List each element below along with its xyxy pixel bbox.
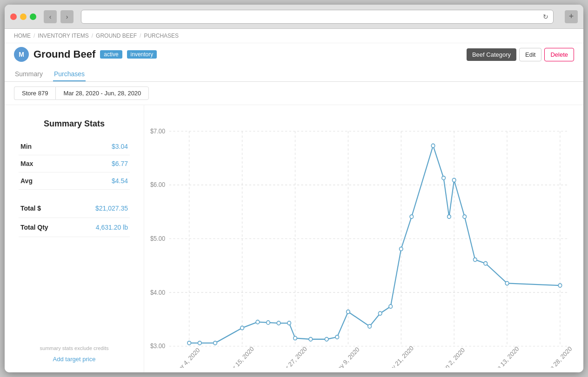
stats-total-qty-value: 4,631.20 lb	[70, 218, 130, 237]
breadcrumb-current: PURCHASES	[144, 33, 179, 39]
svg-point-35	[309, 337, 313, 341]
svg-text:$6.00: $6.00	[150, 181, 165, 189]
svg-point-26	[187, 341, 191, 345]
address-bar[interactable]: ↻	[81, 10, 554, 24]
stats-table: Min $3.04 Max $6.77 Avg $4.54	[19, 138, 130, 190]
breadcrumb-home[interactable]: HOME	[14, 33, 31, 39]
edit-button[interactable]: Edit	[519, 48, 541, 61]
svg-point-38	[347, 310, 350, 314]
stats-title: Summary Stats	[19, 119, 130, 129]
price-chart: .grid-line { stroke: #ddd; stroke-width:…	[144, 110, 574, 368]
chart-area: .grid-line { stroke: #ddd; stroke-width:…	[144, 105, 583, 372]
page-title: Ground Beef	[33, 48, 95, 60]
svg-text:May 21, 2020: May 21, 2020	[384, 344, 414, 368]
svg-text:$3.00: $3.00	[150, 343, 165, 350]
stats-row-total-qty: Total Qty 4,631.20 lb	[19, 218, 130, 237]
forward-button[interactable]: ›	[60, 10, 74, 23]
stats-min-label: Min	[19, 138, 69, 155]
filter-bar: Store 879 Mar 28, 2020 - Jun, 28, 2020	[5, 82, 583, 105]
delete-button[interactable]: Delete	[544, 48, 574, 61]
status-badge-active: active	[100, 50, 122, 59]
svg-point-32	[277, 321, 281, 325]
new-tab-button[interactable]: +	[565, 10, 578, 23]
svg-text:Jun 13, 2020: Jun 13, 2020	[491, 345, 521, 368]
stats-row-max: Max $6.77	[19, 155, 130, 172]
breadcrumb-sep-3: /	[140, 33, 141, 39]
stats-row-avg: Avg $4.54	[19, 172, 130, 190]
svg-point-29	[241, 326, 244, 330]
stats-total-dollars-label: Total $	[19, 199, 70, 218]
svg-point-43	[410, 215, 414, 218]
svg-text:$5.00: $5.00	[150, 235, 165, 243]
breadcrumb-sep-1: /	[33, 33, 35, 39]
svg-point-45	[442, 176, 446, 180]
avatar: M	[14, 47, 29, 62]
titlebar: ‹ › ↻ +	[5, 5, 583, 29]
close-button[interactable]	[10, 13, 17, 20]
breadcrumb-inventory-items[interactable]: INVENTORY ITEMS	[38, 33, 88, 39]
stats-row-total-dollars: Total $ $21,027.35	[19, 199, 130, 218]
tab-bar: Summary Purchases	[5, 64, 583, 82]
item-header: M Ground Beef active inventory Beef Cate…	[5, 43, 583, 62]
svg-point-48	[463, 215, 467, 218]
breadcrumb-ground-beef[interactable]: GROUND BEEF	[96, 33, 137, 39]
minimize-button[interactable]	[20, 13, 27, 20]
svg-point-27	[198, 341, 202, 345]
breadcrumb-sep-2: /	[92, 33, 93, 39]
stats-max-label: Max	[19, 155, 69, 172]
stats-avg-label: Avg	[19, 172, 69, 190]
stats-total-table: Total $ $21,027.35 Total Qty 4,631.20 lb	[19, 199, 130, 237]
svg-point-34	[294, 336, 297, 340]
stats-min-value: $3.04	[69, 138, 130, 155]
beef-category-button[interactable]: Beef Category	[467, 48, 516, 61]
svg-point-33	[287, 321, 291, 325]
back-button[interactable]: ‹	[44, 10, 57, 23]
add-target-price-link[interactable]: Add target price	[53, 356, 96, 363]
svg-point-31	[267, 321, 270, 324]
date-range-filter[interactable]: Mar 28, 2020 - Jun, 28, 2020	[55, 86, 149, 100]
stats-avg-value: $4.54	[69, 172, 130, 190]
svg-text:Jun 28, 2020: Jun 28, 2020	[544, 345, 573, 368]
svg-text:May 9, 2020: May 9, 2020	[333, 346, 361, 368]
stats-footer: summary stats exclude credits Add target…	[19, 345, 130, 363]
svg-point-28	[214, 341, 217, 345]
tab-summary[interactable]: Summary	[14, 67, 44, 81]
svg-point-42	[399, 247, 403, 251]
svg-point-51	[505, 281, 509, 285]
stats-note: summary stats exclude credits	[19, 345, 130, 351]
svg-point-50	[484, 262, 488, 265]
reload-button[interactable]: ↻	[543, 13, 548, 20]
maximize-button[interactable]	[30, 13, 36, 20]
svg-text:$7.00: $7.00	[150, 127, 165, 135]
svg-text:Jun 2, 2020: Jun 2, 2020	[439, 346, 466, 368]
svg-point-46	[448, 215, 451, 218]
store-filter[interactable]: Store 879	[14, 86, 55, 100]
svg-point-30	[256, 320, 260, 324]
stats-total-qty-label: Total Qty	[19, 218, 70, 237]
svg-point-40	[378, 311, 382, 315]
stats-total-dollars-value: $21,027.35	[70, 199, 130, 218]
breadcrumb: HOME / INVENTORY ITEMS / GROUND BEEF / P…	[5, 29, 583, 43]
svg-text:Apr 4, 2020: Apr 4, 2020	[174, 346, 201, 368]
svg-text:$4.00: $4.00	[150, 289, 165, 296]
stats-max-value: $6.77	[69, 155, 130, 172]
stats-row-min: Min $3.04	[19, 138, 130, 155]
svg-point-44	[431, 144, 435, 147]
svg-text:Apr 27, 2020: Apr 27, 2020	[279, 345, 308, 368]
svg-point-39	[368, 324, 372, 328]
svg-point-47	[452, 178, 456, 182]
svg-point-37	[335, 335, 339, 339]
traffic-lights	[10, 13, 36, 20]
svg-point-52	[558, 284, 562, 287]
item-header-left: M Ground Beef active inventory	[14, 47, 157, 62]
svg-point-36	[325, 337, 328, 341]
svg-text:Apr 15, 2020: Apr 15, 2020	[226, 345, 255, 368]
status-badge-inventory: inventory	[127, 50, 157, 59]
svg-point-41	[389, 304, 393, 308]
stats-panel: Summary Stats Min $3.04 Max $6.77 Avg $4…	[5, 105, 144, 372]
header-actions: Beef Category Edit Delete	[467, 48, 574, 61]
svg-point-49	[474, 258, 477, 262]
tab-purchases[interactable]: Purchases	[53, 67, 86, 81]
main-layout: Summary Stats Min $3.04 Max $6.77 Avg $4…	[5, 105, 583, 372]
page-content: HOME / INVENTORY ITEMS / GROUND BEEF / P…	[5, 29, 583, 372]
